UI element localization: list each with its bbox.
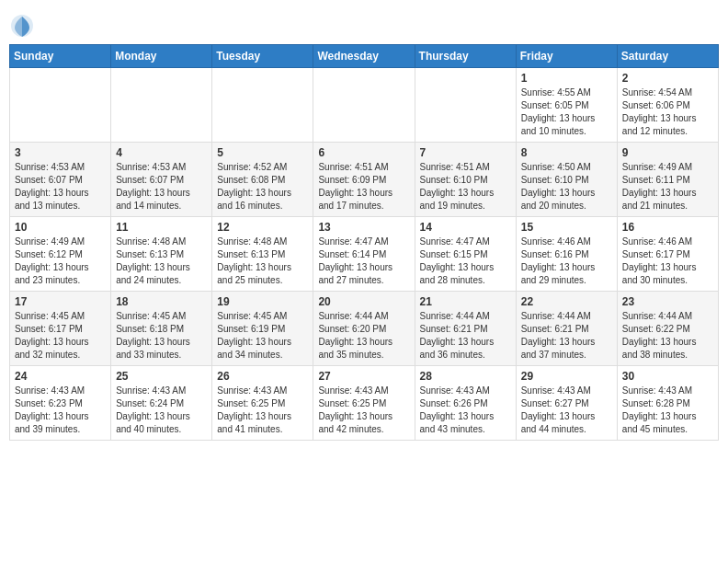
calendar-week-row: 3Sunrise: 4:53 AMSunset: 6:07 PMDaylight… (10, 143, 719, 217)
day-info: Sunrise: 4:48 AMSunset: 6:13 PMDaylight:… (116, 236, 207, 287)
calendar-table: SundayMondayTuesdayWednesdayThursdayFrid… (9, 44, 719, 441)
calendar-cell: 25Sunrise: 4:43 AMSunset: 6:24 PMDayligh… (111, 366, 212, 441)
day-info: Sunrise: 4:49 AMSunset: 6:11 PMDaylight:… (622, 161, 713, 213)
calendar-cell: 5Sunrise: 4:52 AMSunset: 6:08 PMDaylight… (212, 143, 313, 217)
day-number: 12 (217, 221, 308, 234)
day-info: Sunrise: 4:43 AMSunset: 6:25 PMDaylight:… (318, 385, 409, 436)
day-number: 1 (521, 72, 612, 85)
day-number: 11 (116, 221, 207, 234)
day-info: Sunrise: 4:46 AMSunset: 6:17 PMDaylight:… (622, 236, 713, 287)
day-number: 6 (318, 146, 409, 159)
calendar-week-row: 17Sunrise: 4:45 AMSunset: 6:17 PMDayligh… (10, 292, 719, 366)
day-number: 7 (420, 146, 511, 159)
day-number: 20 (318, 295, 409, 308)
day-info: Sunrise: 4:55 AMSunset: 6:05 PMDaylight:… (521, 86, 612, 138)
calendar-cell: 22Sunrise: 4:44 AMSunset: 6:21 PMDayligh… (516, 292, 617, 366)
day-number: 3 (15, 146, 106, 159)
calendar-cell: 13Sunrise: 4:47 AMSunset: 6:14 PMDayligh… (313, 217, 415, 292)
page-header (9, 9, 719, 39)
day-info: Sunrise: 4:49 AMSunset: 6:12 PMDaylight:… (15, 236, 106, 287)
calendar-cell (415, 68, 516, 143)
weekday-header-thursday: Thursday (415, 45, 516, 68)
day-number: 9 (622, 146, 713, 159)
day-number: 2 (622, 72, 713, 85)
calendar-cell: 20Sunrise: 4:44 AMSunset: 6:20 PMDayligh… (313, 292, 415, 366)
day-number: 14 (420, 221, 511, 234)
calendar-cell: 29Sunrise: 4:43 AMSunset: 6:27 PMDayligh… (516, 366, 617, 441)
day-info: Sunrise: 4:44 AMSunset: 6:21 PMDaylight:… (420, 310, 511, 362)
calendar-cell: 14Sunrise: 4:47 AMSunset: 6:15 PMDayligh… (415, 217, 516, 292)
calendar-cell: 19Sunrise: 4:45 AMSunset: 6:19 PMDayligh… (212, 292, 313, 366)
day-info: Sunrise: 4:45 AMSunset: 6:18 PMDaylight:… (116, 310, 207, 362)
day-info: Sunrise: 4:44 AMSunset: 6:22 PMDaylight:… (622, 310, 713, 362)
day-info: Sunrise: 4:51 AMSunset: 6:10 PMDaylight:… (420, 161, 511, 213)
day-info: Sunrise: 4:43 AMSunset: 6:28 PMDaylight:… (622, 385, 713, 436)
calendar-cell: 16Sunrise: 4:46 AMSunset: 6:17 PMDayligh… (617, 217, 718, 292)
calendar-cell: 26Sunrise: 4:43 AMSunset: 6:25 PMDayligh… (212, 366, 313, 441)
day-info: Sunrise: 4:44 AMSunset: 6:21 PMDaylight:… (521, 310, 612, 362)
day-number: 28 (420, 370, 511, 383)
day-info: Sunrise: 4:54 AMSunset: 6:06 PMDaylight:… (622, 86, 713, 138)
calendar-cell: 4Sunrise: 4:53 AMSunset: 6:07 PMDaylight… (111, 143, 212, 217)
day-number: 17 (15, 295, 106, 308)
day-info: Sunrise: 4:47 AMSunset: 6:15 PMDaylight:… (420, 236, 511, 287)
day-info: Sunrise: 4:43 AMSunset: 6:25 PMDaylight:… (217, 385, 308, 436)
day-info: Sunrise: 4:53 AMSunset: 6:07 PMDaylight:… (15, 161, 106, 213)
calendar-cell: 30Sunrise: 4:43 AMSunset: 6:28 PMDayligh… (617, 366, 718, 441)
day-info: Sunrise: 4:48 AMSunset: 6:13 PMDaylight:… (217, 236, 308, 287)
calendar-cell (212, 68, 313, 143)
day-info: Sunrise: 4:47 AMSunset: 6:14 PMDaylight:… (318, 236, 409, 287)
calendar-cell: 7Sunrise: 4:51 AMSunset: 6:10 PMDaylight… (415, 143, 516, 217)
day-info: Sunrise: 4:53 AMSunset: 6:07 PMDaylight:… (116, 161, 207, 213)
day-number: 10 (15, 221, 106, 234)
calendar-cell: 15Sunrise: 4:46 AMSunset: 6:16 PMDayligh… (516, 217, 617, 292)
calendar-cell: 28Sunrise: 4:43 AMSunset: 6:26 PMDayligh… (415, 366, 516, 441)
calendar-cell: 10Sunrise: 4:49 AMSunset: 6:12 PMDayligh… (10, 217, 111, 292)
calendar-cell (313, 68, 415, 143)
day-number: 15 (521, 221, 612, 234)
calendar-week-row: 10Sunrise: 4:49 AMSunset: 6:12 PMDayligh… (10, 217, 719, 292)
calendar-cell: 17Sunrise: 4:45 AMSunset: 6:17 PMDayligh… (10, 292, 111, 366)
day-number: 30 (622, 370, 713, 383)
weekday-header-friday: Friday (516, 45, 617, 68)
day-number: 24 (15, 370, 106, 383)
weekday-header-tuesday: Tuesday (212, 45, 313, 68)
day-info: Sunrise: 4:43 AMSunset: 6:24 PMDaylight:… (116, 385, 207, 436)
calendar-cell: 24Sunrise: 4:43 AMSunset: 6:23 PMDayligh… (10, 366, 111, 441)
day-number: 4 (116, 146, 207, 159)
day-number: 29 (521, 370, 612, 383)
weekday-header-row: SundayMondayTuesdayWednesdayThursdayFrid… (10, 45, 719, 68)
day-number: 27 (318, 370, 409, 383)
day-number: 23 (622, 295, 713, 308)
day-info: Sunrise: 4:43 AMSunset: 6:27 PMDaylight:… (521, 385, 612, 436)
calendar-cell: 1Sunrise: 4:55 AMSunset: 6:05 PMDaylight… (516, 68, 617, 143)
day-number: 22 (521, 295, 612, 308)
weekday-header-monday: Monday (111, 45, 212, 68)
day-number: 13 (318, 221, 409, 234)
weekday-header-saturday: Saturday (617, 45, 718, 68)
day-number: 26 (217, 370, 308, 383)
calendar-cell (111, 68, 212, 143)
weekday-header-wednesday: Wednesday (313, 45, 415, 68)
calendar-cell: 21Sunrise: 4:44 AMSunset: 6:21 PMDayligh… (415, 292, 516, 366)
weekday-header-sunday: Sunday (10, 45, 111, 68)
day-info: Sunrise: 4:45 AMSunset: 6:17 PMDaylight:… (15, 310, 106, 362)
day-info: Sunrise: 4:44 AMSunset: 6:20 PMDaylight:… (318, 310, 409, 362)
day-info: Sunrise: 4:50 AMSunset: 6:10 PMDaylight:… (521, 161, 612, 213)
day-info: Sunrise: 4:43 AMSunset: 6:23 PMDaylight:… (15, 385, 106, 436)
logo-icon (9, 13, 35, 39)
calendar-cell: 3Sunrise: 4:53 AMSunset: 6:07 PMDaylight… (10, 143, 111, 217)
calendar-cell: 11Sunrise: 4:48 AMSunset: 6:13 PMDayligh… (111, 217, 212, 292)
day-number: 21 (420, 295, 511, 308)
calendar-cell: 6Sunrise: 4:51 AMSunset: 6:09 PMDaylight… (313, 143, 415, 217)
day-number: 8 (521, 146, 612, 159)
calendar-header: SundayMondayTuesdayWednesdayThursdayFrid… (10, 45, 719, 68)
day-info: Sunrise: 4:43 AMSunset: 6:26 PMDaylight:… (420, 385, 511, 436)
calendar-cell: 23Sunrise: 4:44 AMSunset: 6:22 PMDayligh… (617, 292, 718, 366)
calendar-body: 1Sunrise: 4:55 AMSunset: 6:05 PMDaylight… (10, 68, 719, 441)
calendar-cell: 18Sunrise: 4:45 AMSunset: 6:18 PMDayligh… (111, 292, 212, 366)
day-number: 18 (116, 295, 207, 308)
day-number: 25 (116, 370, 207, 383)
day-number: 16 (622, 221, 713, 234)
calendar-cell (10, 68, 111, 143)
